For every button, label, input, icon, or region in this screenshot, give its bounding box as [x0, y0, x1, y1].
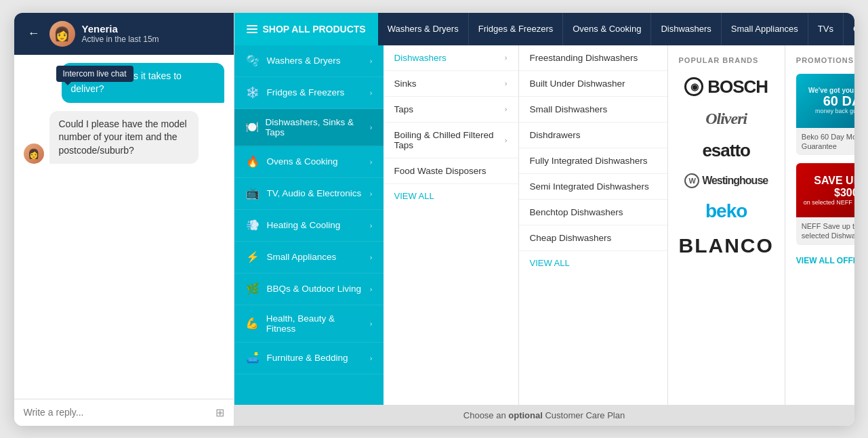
- sub-item-small-dishwashers[interactable]: Small Dishwashers: [519, 97, 667, 123]
- brands-promo-panel: POPULAR BRANDS ◉ BOSCH Oliveri: [668, 45, 854, 405]
- promo-highlight-1: 60 DAY: [823, 94, 854, 108]
- bottom-bar: Choose an optional Customer Care Plan: [234, 405, 854, 426]
- sub-item-sinks[interactable]: Sinks ›: [384, 71, 518, 97]
- sub-menu-2: Freestanding Dishwashers Built Under Dis…: [519, 45, 668, 405]
- brand-blanco[interactable]: BLANCO: [679, 232, 774, 260]
- sub-menu-1-view-all[interactable]: VIEW ALL: [384, 184, 518, 208]
- arrow-icon: ›: [370, 123, 373, 131]
- furniture-icon: 🛋️: [245, 351, 260, 366]
- shop-all-label: SHOP ALL PRODUCTS: [263, 24, 366, 35]
- sub-item-label: Small Dishwashers: [530, 104, 608, 114]
- arrow-icon: ›: [370, 158, 373, 166]
- sidebar-item-health[interactable]: 💪 Health, Beauty & Fitness ›: [234, 305, 384, 343]
- message-incoming: Could I please have the model number of …: [49, 111, 199, 165]
- sidebar-item-small-appliances[interactable]: ⚡ Small Appliances ›: [234, 242, 384, 273]
- heating-icon: 💨: [245, 218, 260, 233]
- chevron-right-icon: ›: [505, 53, 508, 62]
- attach-icon[interactable]: ⊞: [215, 406, 224, 419]
- sub-item-fully-integrated[interactable]: Fully Integrated Dishwashers: [519, 148, 667, 174]
- sub-item-benchtop[interactable]: Benchtop Dishwashers: [519, 200, 667, 225]
- sidebar-label-washers: Washers & Dryers: [267, 56, 341, 66]
- blanco-label: BLANCO: [679, 234, 774, 257]
- brand-bosch[interactable]: ◉ BOSCH: [684, 74, 768, 100]
- nav-item-fridges[interactable]: Fridges & Freezers: [469, 13, 564, 45]
- sub-item-dishdrawers[interactable]: Dishdrawers: [519, 123, 667, 148]
- sub-item-dishwashers[interactable]: Dishwashers ›: [384, 45, 518, 71]
- hamburger-icon: [247, 25, 257, 33]
- message-incoming-row: 👩 Could I please have the model number o…: [24, 111, 224, 165]
- arrow-icon: ›: [370, 57, 373, 65]
- top-nav: SHOP ALL PRODUCTS Washers & Dryers Fridg…: [234, 13, 854, 45]
- sub-item-label: Benchtop Dishwashers: [530, 207, 623, 217]
- nav-item-cooling[interactable]: Cooling: [844, 13, 854, 45]
- nav-item-tvs[interactable]: TVs: [808, 13, 844, 45]
- bottom-text-prefix: Choose an: [463, 410, 509, 420]
- brand-beko[interactable]: beko: [705, 198, 747, 225]
- bosch-label: BOSCH: [707, 76, 768, 97]
- mega-menu: 🫧 Washers & Dryers › ❄️ Fridges & Freeze…: [234, 45, 854, 405]
- sidebar-item-dishwashers[interactable]: 🍽️ Dishwashers, Sinks & Taps ›: [234, 109, 384, 146]
- sub-menu-1: Dishwashers › Sinks › Taps › Boiling & C…: [384, 45, 519, 405]
- nav-item-small-appliances[interactable]: Small Appliances: [722, 13, 808, 45]
- brands-title: POPULAR BRANDS: [679, 56, 774, 64]
- sidebar-label-heating: Heating & Cooling: [267, 220, 341, 230]
- sidebar-item-ovens[interactable]: 🔥 Ovens & Cooking ›: [234, 146, 384, 178]
- brand-oliveri[interactable]: Oliveri: [705, 107, 747, 131]
- sidebar-item-furniture[interactable]: 🛋️ Furniture & Bedding ›: [234, 343, 384, 374]
- chat-panel: ← 👩 Yeneria Active in the last 15m Inter…: [14, 13, 234, 426]
- washers-icon: 🫧: [245, 53, 260, 68]
- promo-sub-2: on selected NEFF Dishwashers: [804, 199, 854, 206]
- bbq-icon: 🌿: [245, 282, 260, 297]
- sub-item-freestanding[interactable]: Freestanding Dishwashers: [519, 45, 667, 71]
- sidebar-menu: 🫧 Washers & Dryers › ❄️ Fridges & Freeze…: [234, 45, 384, 405]
- sidebar-label-health: Health, Beauty & Fitness: [266, 313, 363, 334]
- avatar: 👩: [49, 21, 75, 47]
- chat-input[interactable]: [24, 407, 210, 418]
- sidebar-item-washers[interactable]: 🫧 Washers & Dryers ›: [234, 45, 384, 77]
- chat-header: ← 👩 Yeneria Active in the last 15m: [14, 13, 234, 55]
- sub-menu-2-view-all[interactable]: VIEW ALL: [519, 251, 667, 275]
- sidebar-item-heating[interactable]: 💨 Heating & Cooling ›: [234, 210, 384, 242]
- promo-image-2: SAVE UP TO $300 on selected NEFF Dishwas…: [796, 163, 854, 217]
- nav-item-ovens[interactable]: Ovens & Cooking: [563, 13, 651, 45]
- promo-highlight-2: SAVE UP TO $300: [802, 175, 854, 199]
- brand-esatto[interactable]: esatto: [702, 137, 750, 164]
- arrow-icon: ›: [370, 89, 373, 97]
- sub-item-cheap[interactable]: Cheap Dishwashers: [519, 225, 667, 251]
- chat-back-button[interactable]: ←: [25, 26, 43, 41]
- brands-section: POPULAR BRANDS ◉ BOSCH Oliveri: [668, 45, 785, 405]
- small-appliances-icon: ⚡: [245, 250, 260, 265]
- sub-item-semi-integrated[interactable]: Semi Integrated Dishwashers: [519, 174, 667, 200]
- nav-item-washers[interactable]: Washers & Dryers: [378, 13, 469, 45]
- nav-item-dishwashers[interactable]: Dishwashers: [651, 13, 721, 45]
- promo-desc-1: Beko 60 Day Money Back Guarantee: [796, 128, 854, 156]
- sub-item-built-under[interactable]: Built Under Dishwasher: [519, 71, 667, 97]
- main-area: SHOP ALL PRODUCTS Washers & Dryers Fridg…: [234, 13, 854, 426]
- promos-title: PROMOTIONS: [796, 56, 854, 64]
- esatto-label: esatto: [702, 140, 750, 160]
- ovens-icon: 🔥: [245, 154, 260, 169]
- sidebar-item-bbq[interactable]: 🌿 BBQs & Outdoor Living ›: [234, 273, 384, 305]
- brand-logos: ◉ BOSCH Oliveri esatto W: [679, 74, 774, 260]
- promos-section: PROMOTIONS We've got you covered! 60 DAY…: [785, 45, 854, 405]
- chat-header-info: Yeneria Active in the last 15m: [82, 23, 159, 44]
- sidebar-item-tv[interactable]: 📺 TV, Audio & Electronics ›: [234, 178, 384, 210]
- agent-status: Active in the last 15m: [82, 35, 159, 44]
- chevron-right-icon: ›: [505, 136, 508, 144]
- sub-item-taps[interactable]: Taps ›: [384, 97, 518, 123]
- promo-tag-1: We've got you covered!: [808, 87, 854, 94]
- fridges-icon: ❄️: [245, 85, 260, 100]
- sub-item-boiling-taps[interactable]: Boiling & Chilled Filtered Taps ›: [384, 123, 518, 158]
- sub-item-label: Sinks: [394, 79, 417, 89]
- shop-all-button[interactable]: SHOP ALL PRODUCTS: [234, 13, 378, 45]
- promo-sub-1: money back guarantee: [815, 108, 854, 114]
- promo-card-1[interactable]: We've got you covered! 60 DAY money back…: [796, 74, 854, 156]
- brand-westinghouse[interactable]: W Westinghouse: [684, 171, 768, 191]
- sub-item-label: Food Waste Disposers: [394, 166, 487, 176]
- chevron-right-icon: ›: [505, 105, 508, 113]
- promo-card-2[interactable]: SAVE UP TO $300 on selected NEFF Dishwas…: [796, 163, 854, 245]
- sidebar-label-small-appliances: Small Appliances: [267, 252, 337, 262]
- sub-item-food-waste[interactable]: Food Waste Disposers: [384, 158, 518, 184]
- sidebar-item-fridges[interactable]: ❄️ Fridges & Freezers ›: [234, 77, 384, 109]
- view-all-offers-link[interactable]: VIEW ALL OFFERS: [796, 253, 854, 268]
